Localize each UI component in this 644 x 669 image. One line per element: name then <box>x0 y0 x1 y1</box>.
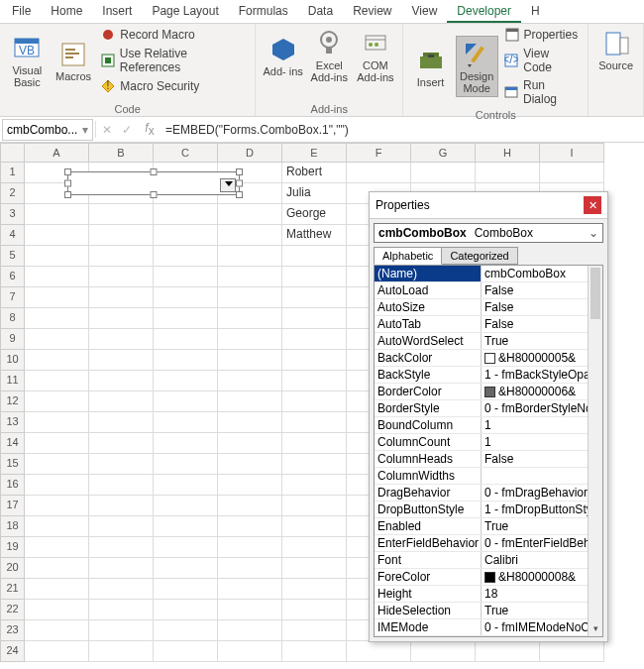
row-header[interactable]: 4 <box>0 225 25 246</box>
cell[interactable] <box>218 516 282 537</box>
cell[interactable] <box>154 579 218 600</box>
cell[interactable] <box>218 600 282 620</box>
cell[interactable] <box>25 308 89 329</box>
row-header[interactable]: 8 <box>0 308 25 329</box>
property-value[interactable]: 1 - fmBackStyleOpaqu <box>482 367 602 383</box>
cell[interactable] <box>154 496 218 516</box>
property-value[interactable]: False <box>482 299 602 315</box>
cell[interactable] <box>154 516 218 537</box>
resize-handle[interactable] <box>64 191 71 198</box>
property-value[interactable]: &H80000008& <box>482 569 602 585</box>
source-button[interactable]: Source <box>594 26 637 73</box>
row-header[interactable]: 16 <box>0 475 25 496</box>
cell[interactable] <box>154 433 218 454</box>
macros-button[interactable]: Macros <box>53 37 95 84</box>
row-header[interactable]: 23 <box>0 620 25 641</box>
tab-home[interactable]: Home <box>41 0 92 23</box>
scroll-down-icon[interactable]: ▾ <box>589 621 602 636</box>
tab-formulas[interactable]: Formulas <box>229 0 298 23</box>
cancel-icon[interactable]: ✕ <box>102 123 112 137</box>
cell[interactable] <box>89 225 154 246</box>
property-row[interactable]: AutoTabFalse <box>375 316 602 333</box>
cell[interactable] <box>282 329 347 350</box>
row-header[interactable]: 11 <box>0 371 25 391</box>
cell[interactable] <box>282 350 347 371</box>
visual-basic-button[interactable]: VB Visual Basic <box>6 31 49 90</box>
cell[interactable] <box>218 412 282 433</box>
relative-refs-button[interactable]: Use Relative References <box>98 46 249 75</box>
cell[interactable] <box>411 163 476 183</box>
cell[interactable] <box>89 454 154 475</box>
row-header[interactable]: 21 <box>0 579 25 600</box>
resize-handle[interactable] <box>151 168 158 175</box>
cell[interactable] <box>154 246 218 267</box>
macro-security-button[interactable]: !Macro Security <box>98 77 249 95</box>
property-value[interactable]: False <box>482 316 602 332</box>
row-header[interactable]: 5 <box>0 246 25 267</box>
row-header[interactable]: 1 <box>0 163 25 183</box>
cell[interactable] <box>25 225 89 246</box>
properties-titlebar[interactable]: Properties ✕ <box>370 192 607 219</box>
cell[interactable] <box>89 641 154 662</box>
column-header[interactable]: D <box>218 143 282 163</box>
resize-handle[interactable] <box>64 180 71 187</box>
property-row[interactable]: DropButtonStyle1 - fmDropButtonStyle <box>375 502 602 518</box>
cell[interactable] <box>282 496 347 516</box>
cell[interactable]: Julia <box>282 183 347 204</box>
property-value[interactable]: True <box>482 603 602 618</box>
row-header[interactable]: 12 <box>0 391 25 412</box>
cell[interactable] <box>89 246 154 267</box>
cell[interactable] <box>154 225 218 246</box>
property-row[interactable]: ForeColor&H80000008& <box>375 569 602 586</box>
tab-data[interactable]: Data <box>298 0 343 23</box>
cell[interactable] <box>25 287 89 308</box>
cell[interactable] <box>154 537 218 558</box>
property-row[interactable]: ColumnCount1 <box>375 434 602 451</box>
name-box[interactable]: cmbCombo... ▾ <box>2 119 93 141</box>
cell[interactable] <box>540 163 604 183</box>
cell[interactable] <box>282 454 347 475</box>
cell[interactable] <box>154 391 218 412</box>
row-header[interactable]: 13 <box>0 412 25 433</box>
formula-input[interactable]: =EMBED("Forms.ComboBox.1","") <box>161 121 644 139</box>
property-row[interactable]: AutoSizeFalse <box>375 299 602 316</box>
resize-handle[interactable] <box>64 168 71 175</box>
column-header[interactable]: H <box>476 143 540 163</box>
cell[interactable] <box>89 475 154 496</box>
cell[interactable] <box>282 267 347 287</box>
cell[interactable] <box>218 308 282 329</box>
property-value[interactable]: True <box>482 518 602 534</box>
cell[interactable] <box>282 246 347 267</box>
row-header[interactable]: 22 <box>0 600 25 620</box>
property-row[interactable]: Height18 <box>375 586 602 603</box>
cell[interactable] <box>25 246 89 267</box>
excel-addins-button[interactable]: Excel Add-ins <box>308 26 351 85</box>
property-value[interactable]: 0 - fmBorderStyleNon <box>482 400 602 416</box>
cell[interactable] <box>154 287 218 308</box>
row-header[interactable]: 17 <box>0 496 25 516</box>
property-value[interactable]: &H80000006& <box>482 384 602 399</box>
insert-control-button[interactable]: Insert <box>409 43 452 90</box>
property-value[interactable]: cmbComboBox <box>482 266 602 281</box>
cell[interactable] <box>218 641 282 662</box>
property-row[interactable]: DragBehavior0 - fmDragBehaviorDis <box>375 485 602 502</box>
cell[interactable] <box>218 433 282 454</box>
property-row[interactable]: EnterFieldBehavior0 - fmEnterFieldBehav <box>375 535 602 552</box>
cell[interactable] <box>282 475 347 496</box>
property-value[interactable] <box>482 468 602 484</box>
property-value[interactable]: 1 <box>482 434 602 450</box>
cell[interactable] <box>154 329 218 350</box>
cell[interactable] <box>89 329 154 350</box>
property-row[interactable]: (Name)cmbComboBox <box>375 266 602 282</box>
cell[interactable] <box>154 558 218 579</box>
cell[interactable] <box>154 267 218 287</box>
cell[interactable] <box>282 287 347 308</box>
resize-handle[interactable] <box>151 191 158 198</box>
row-header[interactable]: 18 <box>0 516 25 537</box>
row-header[interactable]: 9 <box>0 329 25 350</box>
cell[interactable] <box>25 412 89 433</box>
property-value[interactable]: False <box>482 282 602 298</box>
cell[interactable] <box>218 350 282 371</box>
property-row[interactable]: HideSelectionTrue <box>375 603 602 619</box>
property-row[interactable]: EnabledTrue <box>375 518 602 535</box>
